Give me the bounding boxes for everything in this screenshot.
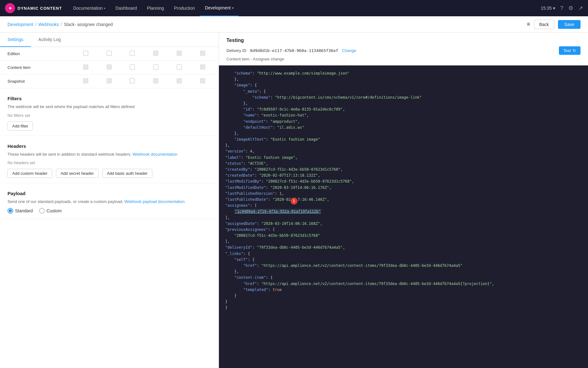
checkbox-cell [172, 75, 195, 88]
delivery-id-value: 0d9d8d1b-e117-47b0-960a-1134865f36ef [250, 48, 338, 53]
checkbox[interactable] [153, 65, 158, 70]
logo-icon: ✦ [5, 3, 15, 13]
nav-development[interactable]: Development ▾ [200, 0, 239, 16]
payload-section: Payload Send one of our standard payload… [0, 183, 219, 219]
delivery-row: Delivery ID 0d9d8d1b-e117-47b0-960a-1134… [226, 46, 580, 55]
checkbox-disabled [83, 65, 88, 70]
testing-header: Testing Delivery ID 0d9d8d1b-e117-47b0-9… [219, 33, 588, 65]
testing-title: Testing [226, 38, 580, 43]
breadcrumb-separator: / [35, 22, 37, 27]
right-panel: Testing Delivery ID 0d9d8d1b-e117-47b0-9… [219, 33, 588, 368]
checkbox-disabled [83, 78, 88, 83]
logout-icon[interactable]: ↗ [578, 5, 583, 12]
checkbox-cell [195, 47, 219, 61]
checkbox-cell [125, 75, 148, 88]
delivery-id-label: Delivery ID [226, 48, 246, 53]
checkbox-cell [102, 75, 125, 88]
row-label-content-item: Content item [0, 61, 78, 75]
tabs: Settings Activity Log [0, 33, 219, 47]
breadcrumb-separator: / [61, 22, 62, 27]
nav-documentation[interactable]: Documentation ▾ [68, 0, 110, 16]
checkbox[interactable] [130, 51, 135, 56]
left-panel: Settings Activity Log Edition [0, 33, 219, 368]
add-filter-button[interactable]: Add filter [8, 122, 33, 131]
radio-standard[interactable]: Standard [8, 208, 33, 214]
checkbox-cell [125, 61, 148, 75]
breadcrumb-actions: ≡ Back Save [527, 20, 580, 29]
row-label-snapshot: Snapshot [0, 75, 78, 88]
radio-custom[interactable]: Custom [39, 208, 62, 214]
list-icon[interactable]: ≡ [527, 21, 530, 28]
nav-production[interactable]: Production [169, 0, 200, 16]
checkbox[interactable] [83, 51, 88, 56]
checkbox-cell [172, 61, 195, 75]
change-delivery-link[interactable]: Change [342, 48, 356, 53]
headers-title: Headers [8, 143, 211, 149]
webhook-doc-link[interactable]: Webhook documentation [133, 152, 178, 157]
headers-section: Headers These headers will be sent in ad… [0, 136, 219, 184]
chevron-down-icon: ▾ [104, 7, 105, 10]
breadcrumb-webhooks[interactable]: Webhooks [38, 22, 59, 27]
nav-dashboard[interactable]: Dashboard [110, 0, 142, 16]
nav-items: Documentation ▾ Dashboard Planning Produ… [68, 0, 541, 16]
json-viewer[interactable]: "schema": "http://www.example.com/simple… [219, 65, 588, 368]
checkbox-disabled [200, 51, 205, 56]
checkbox[interactable] [107, 51, 112, 56]
row-label-edition: Edition [0, 47, 78, 61]
radio-circle-selected [8, 208, 13, 214]
tab-settings[interactable]: Settings [0, 33, 31, 47]
app-logo[interactable]: ✦ DYNAMIC CONTENT [5, 3, 62, 13]
chevron-down-icon: ▾ [553, 6, 555, 11]
help-icon[interactable]: ? [560, 5, 563, 12]
checkbox-cell [172, 47, 195, 61]
test-button[interactable]: Test ↻ [559, 46, 580, 55]
checkbox[interactable] [130, 78, 135, 83]
checkbox-cell [102, 47, 125, 61]
filters-section: Filters The webhook will be sent where t… [0, 88, 219, 136]
filters-description: The webhook will be sent where the paylo… [8, 104, 211, 110]
checkbox[interactable] [130, 65, 135, 70]
top-nav: ✦ DYNAMIC CONTENT Documentation ▾ Dashbo… [0, 0, 588, 16]
checkbox[interactable] [177, 65, 182, 70]
events-table: Edition Content item [0, 47, 219, 88]
nav-planning[interactable]: Planning [142, 0, 169, 16]
save-button[interactable]: Save [558, 20, 580, 29]
table-section: Edition Content item [0, 47, 219, 88]
payload-doc-link[interactable]: Webhook payload documentation [124, 199, 185, 204]
no-headers-label: No headers set [8, 160, 211, 165]
table-row: Snapshot [0, 75, 219, 88]
checkbox-cell [148, 75, 172, 88]
table-row: Edition [0, 47, 219, 61]
header-buttons: Add custom header Add secret header Add … [8, 169, 211, 178]
checkbox-disabled [200, 65, 205, 70]
checkbox-disabled [177, 78, 182, 83]
checkbox-disabled [177, 51, 182, 56]
checkbox-cell [78, 75, 102, 88]
checkbox-cell [195, 61, 219, 75]
payload-radio-group: Standard Custom [8, 208, 211, 214]
add-secret-header-button[interactable]: Add secret header [56, 169, 99, 178]
no-filters-label: No filters set [8, 113, 211, 118]
content-item-type-label: Content item - Assignee change [226, 57, 580, 61]
tab-activity-log[interactable]: Activity Log [31, 33, 68, 47]
checkbox-cell [125, 47, 148, 61]
add-basic-auth-button[interactable]: Add basic auth header [102, 169, 152, 178]
payload-title: Payload [8, 191, 211, 196]
current-time: 15:35 ▾ [541, 6, 555, 11]
checkbox-disabled [107, 78, 112, 83]
settings-icon[interactable]: ⚙ [568, 5, 573, 12]
back-button[interactable]: Back [534, 20, 554, 29]
main-layout: Settings Activity Log Edition [0, 33, 588, 368]
breadcrumb-current: Slack- assignee changed [64, 22, 113, 27]
checkbox-cell [148, 61, 172, 75]
checkbox-disabled [107, 65, 112, 70]
checkbox-cell [102, 61, 125, 75]
checkbox-cell [195, 75, 219, 88]
table-row: Content item [0, 61, 219, 75]
add-custom-header-button[interactable]: Add custom header [8, 169, 52, 178]
breadcrumb-development[interactable]: Development [8, 22, 33, 27]
breadcrumb-bar: Development / Webhooks / Slack- assignee… [0, 16, 588, 33]
checkbox-disabled [200, 78, 205, 83]
payload-description: Send one of our standard payloads, or cr… [8, 199, 211, 205]
refresh-icon: ↻ [573, 48, 576, 53]
